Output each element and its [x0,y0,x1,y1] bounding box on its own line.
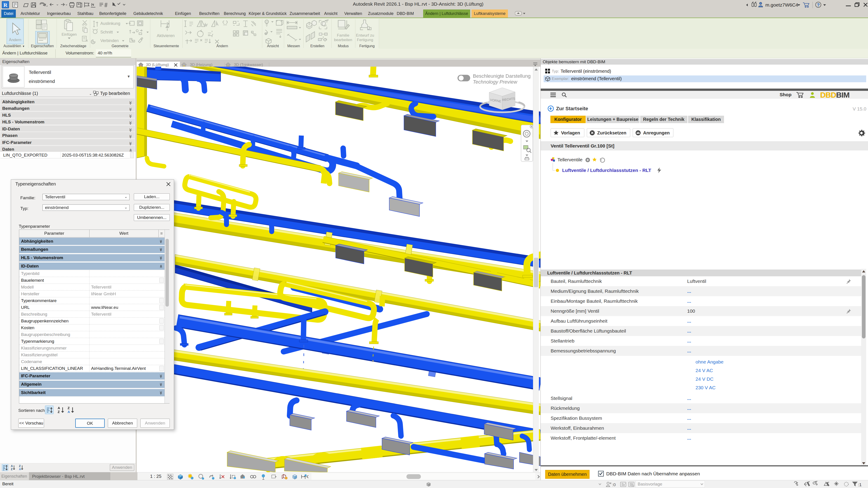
svg-text:?: ? [817,2,819,7]
svg-text:Z: Z [11,468,12,471]
svg-text:Verbinden: Verbinden [100,38,119,43]
svg-text:Z: Z [58,410,60,414]
svg-text:Aktivieren: Aktivieren [157,33,175,38]
svg-text:Fertigung: Fertigung [357,38,373,42]
svg-text:Technology Preview: Technology Preview [473,79,518,85]
svg-text:A: A [58,406,60,410]
svg-text:A: A [19,468,21,471]
svg-text::0: :0 [612,482,616,487]
svg-text:Ändern: Ändern [9,38,22,42]
svg-text::1: :1 [858,482,862,487]
svg-text:Z: Z [19,464,21,468]
svg-text:Familie: Familie [337,33,349,37]
svg-text:A: A [11,464,13,468]
svg-text:Schnitt: Schnitt [100,30,113,34]
svg-text:Entwurf zu: Entwurf zu [356,33,374,37]
svg-text:Beschleunigte Darstellung: Beschleunigte Darstellung [473,73,531,79]
svg-text:A: A [68,410,70,414]
svg-text:m.goetz7W6C4: m.goetz7W6C4 [765,2,798,7]
svg-text:Auslinkung: Auslinkung [100,21,120,26]
svg-text:bearbeiten: bearbeiten [334,38,352,42]
svg-text:Einfügen: Einfügen [61,32,76,37]
svg-text:Z: Z [68,406,70,410]
